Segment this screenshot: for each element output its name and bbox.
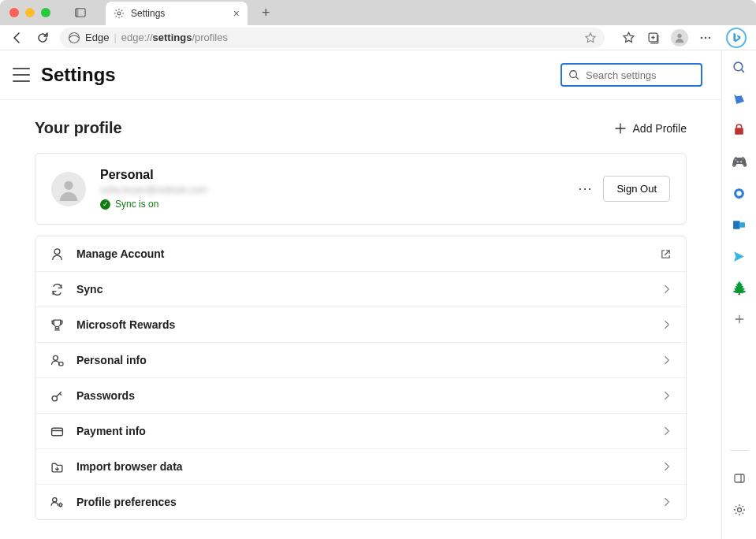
toolbar: Edge | edge://settings/profiles [0, 25, 756, 50]
svg-point-6 [701, 36, 703, 39]
page-title: Settings [41, 64, 116, 86]
profile-avatar [51, 172, 86, 206]
svg-rect-15 [51, 428, 62, 436]
collections-button[interactable] [646, 30, 661, 46]
chevron-right-icon [662, 426, 672, 436]
search-input[interactable] [586, 69, 718, 81]
profile-more-button[interactable]: ··· [578, 180, 592, 197]
svg-point-17 [52, 497, 56, 501]
profile-card: Personal sofia.bryan@outlook.com ✓ Sync … [35, 153, 687, 225]
svg-point-22 [736, 191, 741, 195]
row-label: Sync [76, 283, 650, 296]
chevron-right-icon [662, 355, 672, 365]
chevron-right-icon [662, 320, 672, 329]
tab-title: Settings [131, 8, 165, 19]
tab-overview-button[interactable] [73, 5, 88, 20]
setting-row-personal-info[interactable]: Personal info [35, 343, 686, 378]
svg-rect-25 [735, 474, 744, 482]
gear-icon [114, 8, 125, 19]
svg-point-10 [64, 180, 73, 189]
setting-row-import-browser-data[interactable]: Import browser data [35, 449, 686, 485]
row-label: Payment info [76, 425, 650, 437]
search-container[interactable] [560, 63, 702, 87]
svg-point-5 [677, 33, 681, 37]
sidebar-games-icon[interactable]: 🎮 [731, 153, 748, 170]
bing-button[interactable] [726, 28, 747, 48]
chevron-right-icon [662, 497, 672, 507]
section-title: Your profile [35, 119, 122, 137]
key-icon [50, 388, 64, 403]
edge-logo-icon [68, 32, 80, 44]
chevron-right-icon [662, 462, 672, 471]
browser-tab[interactable]: Settings × [106, 2, 248, 25]
sidebar-settings-icon[interactable] [731, 501, 748, 519]
svg-rect-1 [76, 9, 79, 17]
titlebar: Settings × + [0, 0, 756, 25]
profile-email: sofia.bryan@outlook.com [100, 184, 564, 195]
row-label: Profile preferences [76, 496, 650, 508]
maximize-window-button[interactable] [41, 8, 50, 17]
menu-button[interactable] [13, 68, 30, 82]
close-window-button[interactable] [9, 8, 19, 17]
svg-rect-23 [733, 221, 740, 229]
sync-icon [50, 282, 64, 296]
address-bar[interactable]: Edge | edge://settings/profiles [60, 28, 605, 48]
sidebar-outlook-icon[interactable] [731, 216, 748, 233]
svg-point-7 [705, 36, 707, 39]
sidebar-add-button[interactable] [731, 310, 748, 328]
svg-point-12 [53, 355, 58, 360]
brand-label: Edge [85, 32, 109, 43]
svg-rect-20 [735, 128, 743, 135]
close-tab-button[interactable]: × [233, 7, 240, 20]
page-favorite-button[interactable] [584, 32, 597, 44]
prefs-icon [50, 495, 64, 509]
address-separator: | [114, 32, 116, 43]
new-tab-button[interactable]: + [262, 5, 270, 21]
setting-row-manage-account[interactable]: Manage Account [35, 236, 686, 272]
minimize-window-button[interactable] [25, 8, 35, 17]
sidebar-panel-icon[interactable] [731, 470, 748, 487]
search-icon [568, 69, 579, 80]
address-url: edge://settings/profiles [121, 32, 228, 43]
setting-row-passwords[interactable]: Passwords [35, 378, 686, 414]
svg-point-8 [709, 36, 711, 39]
sidebar-drop-icon[interactable] [731, 247, 748, 265]
settings-header: Settings [0, 50, 721, 100]
sync-status: ✓ Sync is on [100, 199, 564, 210]
sidebar-tree-icon[interactable]: 🌲 [731, 279, 748, 296]
import-icon [50, 459, 64, 474]
profile-button[interactable] [671, 29, 688, 46]
sidebar-tools-icon[interactable] [731, 121, 748, 139]
chevron-right-icon [662, 284, 672, 294]
more-menu-button[interactable] [698, 30, 713, 46]
sidebar-search-icon[interactable] [731, 58, 748, 76]
row-label: Passwords [76, 389, 650, 402]
refresh-button[interactable] [35, 30, 50, 46]
plus-icon [614, 122, 627, 135]
svg-point-19 [734, 62, 743, 71]
svg-point-11 [54, 248, 60, 254]
svg-point-27 [737, 508, 741, 512]
sidebar-shopping-icon[interactable] [731, 90, 748, 107]
setting-row-profile-preferences[interactable]: Profile preferences [35, 485, 686, 519]
setting-row-payment-info[interactable]: Payment info [35, 414, 686, 449]
back-button[interactable] [9, 30, 25, 46]
svg-rect-24 [739, 222, 745, 227]
external-link-icon [660, 248, 672, 260]
setting-row-microsoft-rewards[interactable]: Microsoft Rewards [35, 307, 686, 343]
card-icon [50, 424, 64, 438]
row-label: Microsoft Rewards [76, 318, 650, 331]
personal-icon [50, 353, 64, 367]
svg-point-3 [69, 32, 80, 43]
sign-out-button[interactable]: Sign Out [603, 176, 670, 202]
row-label: Personal info [76, 354, 650, 366]
user-icon [50, 247, 64, 261]
setting-row-sync[interactable]: Sync [35, 272, 686, 307]
favorites-button[interactable] [620, 30, 636, 46]
trophy-icon [50, 318, 64, 332]
sidebar-office-icon[interactable] [731, 184, 748, 202]
check-icon: ✓ [100, 199, 110, 210]
add-profile-button[interactable]: Add Profile [614, 122, 687, 135]
chevron-right-icon [662, 391, 672, 400]
window-controls [9, 8, 50, 17]
